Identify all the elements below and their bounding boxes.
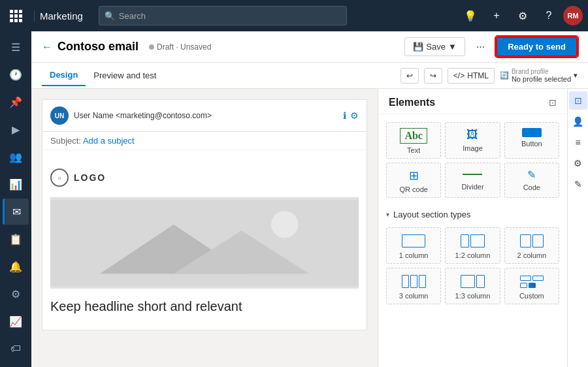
layout-custom-label: Custom (519, 292, 544, 300)
app-name-label: Marketing (34, 10, 83, 22)
search-icon: 🔍 (105, 11, 115, 21)
email-headline: Keep headline short and relevant (50, 296, 359, 317)
brand-profile-selector[interactable]: 🔄 Brand profile No profile selected ▾ (500, 68, 578, 83)
side-nav-pin-icon[interactable]: 📌 (3, 89, 29, 115)
side-nav-play-icon[interactable]: ▶ (3, 116, 29, 142)
email-image-placeholder[interactable] (50, 197, 359, 289)
text-element-label: Text (407, 146, 420, 154)
email-header-icons: ℹ ⚙ (343, 110, 359, 121)
element-image[interactable]: 🖼 Image (445, 122, 500, 159)
layout-1col-label: 1 column (399, 251, 429, 259)
side-nav-recent-icon[interactable]: 🕐 (3, 61, 29, 88)
ready-to-send-button[interactable]: Ready to send (496, 37, 578, 57)
panel-personalize-tab[interactable]: 👤 (569, 112, 587, 131)
email-info-icon[interactable]: ℹ (343, 110, 346, 121)
email-body: ○ LOGO Keep headline short and releva (42, 150, 367, 330)
settings-button[interactable]: ⚙ (511, 4, 534, 27)
body-container: ☰ 🕐 📌 ▶ 👥 📊 ✉ 📋 🔔 ⚙ 📈 🏷 ← Contoso email … (0, 31, 588, 367)
side-nav-settings-icon[interactable]: ⚙ (3, 281, 29, 307)
page-title: Contoso email (57, 40, 139, 54)
panel-brush-tab[interactable]: ✎ (569, 175, 587, 193)
editor-tabs: Design Preview and test ↩ ↪ </> HTML 🔄 B… (31, 63, 588, 89)
elements-panel: Elements ⊡ Abc Text 🖼 Image Button (378, 89, 567, 367)
undo-button[interactable]: ↩ (400, 68, 419, 84)
email-card: UN User Name <marketing@contoso.com> ℹ ⚙… (42, 99, 367, 330)
email-settings-icon[interactable]: ⚙ (350, 110, 359, 121)
brand-profile-title-label: Brand profile (512, 68, 571, 75)
side-navigation: ☰ 🕐 📌 ▶ 👥 📊 ✉ 📋 🔔 ⚙ 📈 🏷 (0, 31, 31, 367)
element-button[interactable]: Button (504, 122, 559, 159)
brand-profile-chevron-icon: ▾ (574, 71, 578, 80)
add-button[interactable]: + (485, 4, 508, 27)
layout-3col[interactable]: 3 column (386, 268, 441, 304)
element-text[interactable]: Abc Text (386, 122, 441, 159)
panel-header: Elements ⊡ (378, 89, 567, 114)
qrcode-element-icon: ⊞ (409, 168, 419, 183)
redo-button[interactable]: ↪ (424, 68, 442, 84)
waffle-menu-button[interactable] (5, 5, 26, 26)
divider-element-label: Divider (461, 183, 483, 191)
layout-custom[interactable]: ✎ Custom (504, 268, 559, 304)
tab-preview[interactable]: Preview and test (86, 65, 164, 86)
tab-actions: ↩ ↪ </> HTML 🔄 Brand profile No profile … (400, 68, 578, 84)
layout-2col-label: 2 column (517, 251, 547, 259)
add-subject-link[interactable]: Add a subject (83, 136, 135, 146)
question-button[interactable]: ? (537, 4, 561, 27)
editor-area: UN User Name <marketing@contoso.com> ℹ ⚙… (31, 89, 588, 367)
side-nav-contacts-icon[interactable]: 👥 (3, 144, 29, 170)
layout-13col[interactable]: 1:3 column (445, 268, 500, 304)
help-lightbulb-button[interactable]: 💡 (459, 4, 482, 27)
status-text: Draft · Unsaved (157, 42, 211, 52)
panel-expand-icon[interactable]: ⊡ (549, 97, 557, 108)
layout-2col[interactable]: 2 column (504, 227, 559, 264)
panel-layers-tab[interactable]: ≡ (569, 133, 587, 152)
search-input[interactable] (119, 11, 341, 21)
more-options-button[interactable]: ··· (470, 37, 491, 57)
email-header: UN User Name <marketing@contoso.com> ℹ ⚙ (42, 100, 367, 132)
element-qrcode[interactable]: ⊞ QR code (386, 163, 441, 198)
layout-grid: 1 column 1:2 column (378, 223, 567, 312)
layout-13col-label: 1:3 column (455, 292, 491, 300)
html-button[interactable]: </> HTML (448, 68, 495, 84)
search-bar[interactable]: 🔍 (99, 6, 347, 25)
side-nav-menu-icon[interactable]: ☰ (3, 34, 29, 60)
logo-icon: ○ (50, 168, 69, 187)
code-icon: </> (453, 71, 465, 80)
element-divider[interactable]: Divider (445, 163, 500, 198)
divider-element-icon (463, 174, 482, 175)
side-nav-list-icon[interactable]: 📋 (3, 226, 29, 252)
back-button[interactable]: ← (42, 41, 52, 53)
panel-title: Elements (389, 97, 435, 108)
side-nav-chart-icon[interactable]: 📊 (3, 171, 29, 197)
save-icon: 💾 (413, 42, 423, 52)
layout-13col-icon (459, 274, 485, 289)
save-button[interactable]: 💾 Save ▼ (404, 37, 465, 56)
user-avatar[interactable]: RM (563, 6, 583, 25)
layout-12col[interactable]: 1:2 column (445, 227, 500, 264)
button-element-icon (522, 128, 542, 137)
layout-section-label: Layout section types (393, 210, 471, 219)
layout-12col-label: 1:2 column (455, 251, 491, 259)
page-toolbar: ← Contoso email Draft · Unsaved 💾 Save ▼… (31, 31, 588, 63)
subject-prefix: Subject: (50, 136, 81, 146)
panel-settings-tab[interactable]: ⚙ (569, 154, 587, 172)
html-label: HTML (467, 71, 489, 80)
side-nav-email-icon[interactable]: ✉ (3, 199, 29, 225)
tab-design[interactable]: Design (42, 65, 86, 86)
button-element-label: Button (521, 140, 542, 148)
status-badge: Draft · Unsaved (149, 42, 211, 52)
status-dot-icon (149, 44, 154, 50)
email-canvas[interactable]: UN User Name <marketing@contoso.com> ℹ ⚙… (31, 89, 378, 367)
email-from-field: User Name <marketing@contoso.com> (74, 111, 338, 120)
panel-elements-tab[interactable]: ⊡ (569, 91, 587, 110)
side-nav-analytics-icon[interactable]: 📈 (3, 308, 29, 334)
save-label: Save (426, 42, 446, 52)
code-element-icon: ✎ (527, 168, 536, 181)
element-code[interactable]: ✎ Code (504, 163, 559, 198)
side-nav-tag-icon[interactable]: 🏷 (3, 336, 29, 362)
qrcode-element-label: QR code (399, 185, 427, 193)
side-nav-notification-icon[interactable]: 🔔 (3, 253, 29, 279)
code-element-label: Code (523, 184, 540, 191)
layout-1col[interactable]: 1 column (386, 227, 441, 264)
logo-area: ○ LOGO (50, 163, 359, 197)
